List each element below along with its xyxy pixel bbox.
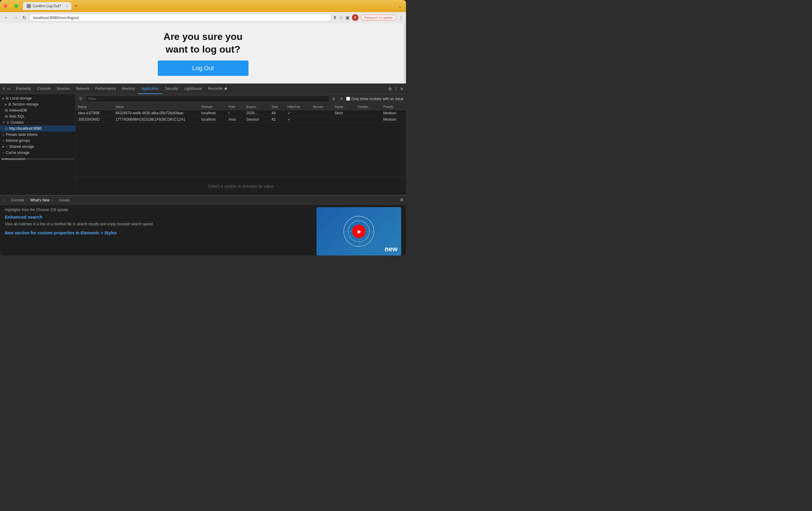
sidebar-item-cookies[interactable]: ▼ ⊙ Cookies: [0, 119, 75, 125]
local-storage-icon: ⊞: [6, 96, 9, 101]
video-thumbnail[interactable]: ▶ new: [317, 207, 401, 256]
close-bottom-panel-icon[interactable]: ✕: [400, 197, 404, 203]
globe-icon: ⊙: [5, 126, 8, 131]
filter-input[interactable]: [86, 95, 329, 102]
col-secure[interactable]: Secure: [311, 104, 332, 110]
tab-elements[interactable]: Elements: [13, 84, 34, 94]
new-badge: new: [384, 245, 398, 253]
col-path[interactable]: Path: [226, 104, 244, 110]
col-httponly[interactable]: HttpOnly: [285, 104, 310, 110]
tab-application[interactable]: Application: [138, 84, 162, 94]
tab-favicon: [27, 4, 31, 8]
window-menu-button[interactable]: ⌄: [398, 3, 402, 9]
device-toolbar-icon[interactable]: ▭: [7, 86, 10, 91]
logout-button[interactable]: Log Out: [158, 60, 249, 76]
sidebar-item-session-storage[interactable]: ▶ ⊞ Session storage: [0, 101, 75, 107]
shared-storage-icon: ○: [6, 145, 8, 149]
sidebar-item-indexeddb[interactable]: ⊞ IndexedDB: [0, 107, 75, 113]
table-header-row: Name Value Domain Path Expire... Size Ht…: [76, 104, 406, 110]
page-scrollbar[interactable]: [404, 23, 406, 83]
play-icon: ▶: [358, 229, 361, 234]
sidebar-item-websql[interactable]: ⊞ Web SQL: [0, 113, 75, 119]
col-name[interactable]: Name: [76, 104, 113, 110]
bottom-content: Highlights from the Chrome 118 update En…: [0, 205, 406, 256]
page-content: Are you sure you want to log out? Log Ou…: [0, 23, 406, 83]
sidebar-item-cache-storage[interactable]: ○ Cache storage: [0, 150, 75, 156]
devtools-tab-bar: ↖ ▭ Elements Console Sources Network Per…: [0, 84, 406, 94]
active-tab[interactable]: Confirm Log Out? ×: [23, 2, 71, 10]
title-bar: Confirm Log Out? × + ⌄: [0, 0, 406, 12]
expand-arrow: ▶: [2, 145, 4, 148]
col-partition[interactable]: Partitio...: [355, 104, 381, 110]
tab-lighthouse[interactable]: Lighthouse: [181, 84, 205, 94]
cache-storage-icon: ○: [2, 150, 4, 155]
sidebar-item-shared-storage[interactable]: ▶ ○ Shared storage: [0, 144, 75, 150]
clear-filter-icon[interactable]: ⊘: [331, 96, 337, 102]
show-issues-checkbox-label[interactable]: Only show cookies with an issue: [346, 97, 404, 101]
traffic-lights: [4, 4, 18, 8]
col-expires[interactable]: Expire...: [244, 104, 269, 110]
tab-memory[interactable]: Memory: [119, 84, 138, 94]
minimize-window-button[interactable]: [9, 4, 13, 8]
sidebar-item-localhost[interactable]: ⊙ http://localhost:8080: [0, 125, 75, 132]
session-storage-icon: ⊞: [8, 102, 11, 107]
play-button[interactable]: ▶: [352, 225, 366, 238]
toolbar: ← → ↻ localhost:8080/mvc/logout ⬆ ☆ ▣ Y …: [0, 12, 406, 23]
logout-heading: Are you sure you want to log out?: [164, 31, 242, 56]
col-priority[interactable]: Priority: [381, 104, 406, 110]
inspect-element-icon[interactable]: ↖: [2, 86, 6, 91]
devtools-sidebar: ▶ ⊞ Local storage ▶ ⊞ Session storage ⊞ …: [0, 94, 76, 195]
tab-network[interactable]: Network: [73, 84, 92, 94]
table-row[interactable]: JSESSIONID17774D6B98AC8231BE1F826CD91C12…: [76, 116, 406, 123]
delete-cookies-icon[interactable]: ✕: [339, 96, 344, 102]
close-devtools-icon[interactable]: ✕: [400, 86, 404, 91]
address-text: localhost:8080/mvc/logout: [33, 16, 79, 20]
bookmark-icon[interactable]: ☆: [339, 15, 343, 20]
maximize-window-button[interactable]: [14, 4, 18, 8]
cookie-preview: Select a cookie to preview its value: [76, 177, 406, 195]
address-bar[interactable]: localhost:8080/mvc/logout: [29, 14, 331, 21]
cookies-icon: ⊙: [6, 120, 9, 124]
toolbar-icons: ⬆ ☆ ▣ Y Relaunch to update ⋮: [333, 14, 403, 21]
profile-badge[interactable]: Y: [352, 14, 358, 21]
bottom-panel-menu-icon[interactable]: ⋮: [2, 198, 6, 202]
forward-button[interactable]: →: [12, 14, 19, 21]
devtools-action-buttons: ⚙ ⋮ ✕: [388, 86, 404, 91]
tab-sources[interactable]: Sources: [54, 84, 73, 94]
new-tab-button[interactable]: +: [72, 3, 80, 9]
menu-icon[interactable]: ⋮: [399, 15, 403, 20]
tab-console[interactable]: Console: [34, 84, 54, 94]
table-row[interactable]: Idea-d1f785ff84328570-ea9b-4635-afba-05b…: [76, 110, 406, 116]
col-domain[interactable]: Domain: [199, 104, 226, 110]
bottom-panel: ⋮ Console What's New ✕ Issues ✕ Highligh…: [0, 195, 406, 256]
sidebar-item-interest-groups[interactable]: ○ Interest groups: [0, 138, 75, 144]
col-size[interactable]: Size: [269, 104, 285, 110]
tab-close-button[interactable]: ×: [66, 4, 68, 8]
close-window-button[interactable]: [4, 4, 7, 8]
col-samesite[interactable]: Same...: [332, 104, 355, 110]
relaunch-button[interactable]: Relaunch to update: [361, 15, 396, 20]
bottom-tab-whats-new[interactable]: What's New ✕: [28, 196, 56, 205]
split-view-icon[interactable]: ▣: [346, 15, 349, 20]
sidebar-item-local-storage[interactable]: ▶ ⊞ Local storage: [0, 95, 75, 101]
back-button[interactable]: ←: [3, 14, 10, 21]
settings-icon[interactable]: ⚙: [388, 86, 392, 91]
expand-arrow: ▼: [2, 121, 5, 124]
devtools-more-icon[interactable]: ⋮: [394, 86, 398, 91]
reload-button[interactable]: ↻: [21, 14, 28, 21]
whats-new-close-icon[interactable]: ✕: [51, 198, 53, 202]
tab-performance[interactable]: Performance: [92, 84, 119, 94]
share-icon[interactable]: ⬆: [333, 15, 337, 20]
col-value[interactable]: Value: [113, 104, 199, 110]
cookies-table: Name Value Domain Path Expire... Size Ht…: [76, 104, 406, 123]
refresh-button[interactable]: ↻: [78, 96, 84, 102]
show-issues-checkbox[interactable]: [346, 97, 350, 101]
bottom-tab-issues[interactable]: Issues: [57, 196, 72, 205]
cookies-toolbar: ↻ ⊘ ✕ Only show cookies with an issue: [76, 94, 406, 104]
sidebar-scrollbar[interactable]: [0, 158, 75, 160]
bottom-tab-bar: ⋮ Console What's New ✕ Issues ✕: [0, 196, 406, 205]
bottom-tab-console[interactable]: Console: [8, 196, 27, 205]
tab-recorder[interactable]: Recorder ⏺: [205, 84, 231, 94]
sidebar-item-private-state-tokens[interactable]: ○ Private state tokens: [0, 132, 75, 138]
tab-security[interactable]: Security: [162, 84, 181, 94]
